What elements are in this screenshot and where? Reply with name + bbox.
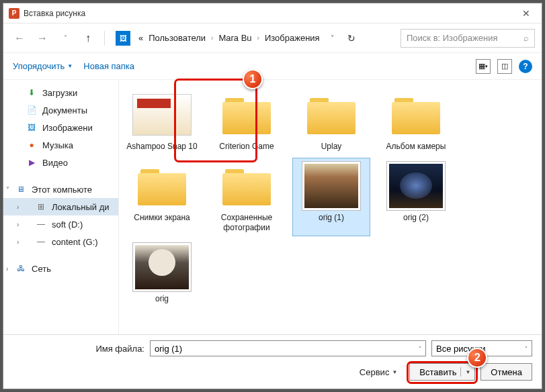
help-button[interactable]: ? bbox=[519, 60, 532, 73]
sidebar-label: soft (D:) bbox=[52, 219, 83, 230]
cancel-button[interactable]: Отмена bbox=[480, 363, 532, 381]
image-thumbnail bbox=[302, 161, 361, 211]
breadcrumb-item[interactable]: Изображения bbox=[265, 33, 320, 43]
new-folder-button[interactable]: Новая папка bbox=[83, 61, 134, 71]
insert-label: Вставить bbox=[419, 367, 456, 377]
up-button[interactable]: ↑ bbox=[79, 29, 97, 48]
drive-icon: ⊞ bbox=[36, 201, 46, 212]
chevron-down-icon[interactable]: ˅ bbox=[419, 346, 421, 352]
image-item[interactable]: orig bbox=[123, 239, 201, 307]
tools-menu[interactable]: Сервис ▼ bbox=[360, 367, 397, 377]
folder-icon bbox=[222, 95, 271, 134]
sidebar-network[interactable]: › 🖧 Сеть bbox=[3, 260, 118, 277]
filename-value: orig (1) bbox=[155, 344, 182, 354]
chevron-right-icon: › bbox=[211, 34, 213, 42]
sidebar-label: Сеть bbox=[32, 264, 51, 274]
filename-input[interactable]: orig (1) ˅ bbox=[150, 340, 426, 356]
tools-label: Сервис bbox=[360, 367, 390, 377]
breadcrumb[interactable]: « Пользователи › Mara Bu › Изображения bbox=[138, 33, 320, 43]
back-button[interactable]: ← bbox=[10, 29, 29, 48]
sidebar-icon: 📄 bbox=[26, 105, 37, 115]
preview-pane-button[interactable]: ◫ bbox=[497, 59, 512, 74]
organize-label: Упорядочить bbox=[13, 61, 65, 71]
folder-item[interactable]: Сохраненные фотографии bbox=[208, 158, 286, 236]
file-label: Альбом камеры bbox=[386, 142, 446, 152]
sidebar-icon: 🖼 bbox=[26, 122, 37, 133]
navbar: ← → ˅ ↑ 🖼 « Пользователи › Mara Bu › Изо… bbox=[3, 23, 542, 53]
organize-menu[interactable]: Упорядочить ▼ bbox=[13, 61, 73, 71]
sidebar-item[interactable]: ●Музыка bbox=[3, 136, 118, 154]
sidebar-item[interactable]: ⬇Загрузки bbox=[3, 84, 118, 101]
file-label: Uplay bbox=[321, 142, 342, 152]
search-placeholder: Поиск в: Изображения bbox=[407, 33, 497, 43]
file-grid[interactable]: Ashampoo Snap 10Criterion GameUplayАльбо… bbox=[119, 80, 542, 334]
file-label: Снимки экрана bbox=[134, 213, 190, 224]
file-label: Criterion Game bbox=[219, 142, 274, 152]
image-item[interactable]: orig (1) bbox=[292, 158, 370, 236]
file-label: orig (1) bbox=[319, 213, 344, 224]
breadcrumb-item[interactable]: Mara Bu bbox=[218, 33, 251, 43]
sidebar-drive[interactable]: ›⊞Локальный ди bbox=[3, 198, 118, 215]
sidebar-drive[interactable]: ›—soft (D:) bbox=[3, 215, 118, 233]
chevron-down-icon[interactable]: ˅ bbox=[525, 346, 528, 352]
close-button[interactable]: ✕ bbox=[511, 3, 542, 23]
folder-icon bbox=[222, 166, 271, 205]
search-input[interactable]: Поиск в: Изображения ⌕ bbox=[401, 29, 535, 48]
file-item[interactable]: Ashampoo Snap 10 bbox=[123, 87, 201, 155]
view-large-icons-button[interactable]: ▦ ▾ bbox=[476, 59, 491, 74]
search-icon: ⌕ bbox=[523, 33, 529, 43]
sidebar-label: Документы bbox=[42, 105, 87, 115]
expand-icon[interactable]: › bbox=[17, 238, 19, 246]
sidebar-label: Этот компьюте bbox=[32, 185, 92, 195]
toolbar: Упорядочить ▼ Новая папка ▦ ▾ ◫ ? bbox=[3, 53, 542, 80]
forward-button[interactable]: → bbox=[33, 29, 52, 48]
sidebar-item[interactable]: ▶Видео bbox=[3, 154, 118, 171]
sidebar-label: Видео bbox=[42, 158, 68, 168]
window-title: Вставка рисунка bbox=[24, 9, 85, 18]
drive-icon: — bbox=[36, 236, 46, 247]
folder-icon bbox=[138, 166, 186, 205]
sidebar-label: Музыка bbox=[42, 140, 73, 150]
sidebar-label: Изображени bbox=[42, 123, 93, 133]
folder-item[interactable]: Альбом камеры bbox=[377, 87, 455, 155]
powerpoint-icon: P bbox=[9, 8, 19, 19]
folder-item[interactable]: Uplay bbox=[292, 87, 370, 155]
expand-icon[interactable]: ˅ bbox=[6, 186, 9, 193]
sidebar-drive[interactable]: ›—content (G:) bbox=[3, 233, 118, 250]
image-thumbnail bbox=[386, 161, 446, 211]
insert-button[interactable]: Вставить ▼ bbox=[409, 363, 475, 381]
filename-label: Имя файла: bbox=[13, 344, 144, 354]
titlebar: P Вставка рисунка ✕ bbox=[3, 3, 542, 23]
breadcrumb-prefix: « bbox=[138, 33, 143, 43]
folder-icon bbox=[307, 95, 355, 134]
sidebar: ⬇Загрузки📄Документы🖼Изображени●Музыка▶Ви… bbox=[3, 80, 119, 334]
sidebar-label: content (G:) bbox=[52, 237, 98, 247]
network-icon: 🖧 bbox=[15, 263, 26, 274]
expand-icon[interactable]: › bbox=[17, 221, 19, 228]
refresh-button[interactable]: ↻ bbox=[347, 33, 355, 44]
breadcrumb-dropdown[interactable]: ˅ bbox=[331, 34, 334, 42]
chevron-down-icon[interactable]: ▼ bbox=[465, 369, 470, 375]
breadcrumb-item[interactable]: Пользователи bbox=[149, 33, 206, 43]
expand-icon[interactable]: › bbox=[17, 203, 19, 211]
image-item[interactable]: orig (2) bbox=[377, 158, 455, 236]
sidebar-item[interactable]: 📄Документы bbox=[3, 101, 118, 119]
footer: Имя файла: orig (1) ˅ Все рисунки ˅ Серв… bbox=[3, 334, 542, 389]
pc-icon: 🖥 bbox=[15, 184, 26, 195]
folder-icon bbox=[392, 95, 440, 134]
folder-item[interactable]: Criterion Game bbox=[208, 87, 286, 155]
sidebar-icon: ● bbox=[26, 140, 37, 150]
folder-item[interactable]: Снимки экрана bbox=[123, 158, 201, 236]
file-label: orig bbox=[155, 294, 169, 305]
drive-icon: — bbox=[36, 219, 46, 230]
image-thumbnail bbox=[132, 242, 192, 292]
file-dialog: P Вставка рисунка ✕ ← → ˅ ↑ 🖼 « Пользова… bbox=[3, 3, 542, 389]
sidebar-icon: ▶ bbox=[26, 157, 37, 168]
expand-icon[interactable]: › bbox=[6, 265, 8, 273]
file-label: Сохраненные фотографии bbox=[210, 213, 283, 234]
sidebar-item[interactable]: 🖼Изображени bbox=[3, 119, 118, 136]
app-thumbnail bbox=[132, 94, 192, 136]
file-label: Ashampoo Snap 10 bbox=[126, 142, 197, 152]
sidebar-this-pc[interactable]: ˅ 🖥 Этот компьюте bbox=[3, 181, 118, 198]
recent-dropdown[interactable]: ˅ bbox=[56, 29, 75, 48]
